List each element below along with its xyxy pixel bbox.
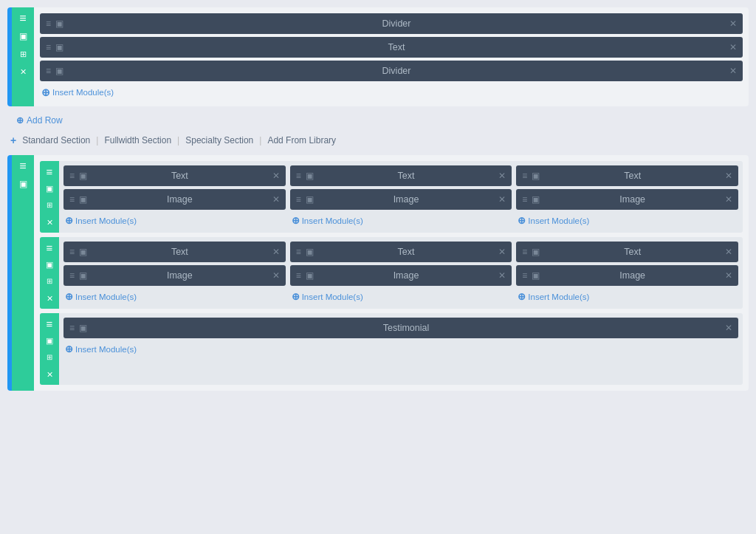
- module-settings-icon[interactable]: ▣: [55, 18, 63, 29]
- close-icon[interactable]: ✕: [725, 194, 732, 205]
- row3-insert[interactable]: ⊕ Insert Module(s): [63, 341, 738, 357]
- grid-icon[interactable]: ⊞: [16, 47, 30, 61]
- row2-grid-icon[interactable]: ⊞: [43, 275, 56, 288]
- row2-monitor-icon[interactable]: ▣: [43, 258, 56, 271]
- module-close-icon[interactable]: ✕: [729, 66, 737, 76]
- close-icon[interactable]: ✕: [725, 270, 732, 281]
- row3-grid-icon[interactable]: ⊞: [43, 351, 56, 364]
- settings-icon[interactable]: ▣: [532, 247, 540, 257]
- row2-col1-insert[interactable]: ⊕ Insert Module(s): [63, 289, 286, 304]
- settings-icon[interactable]: ▣: [79, 171, 87, 181]
- close-icon[interactable]: ✕: [272, 194, 280, 205]
- settings-icon[interactable]: ▣: [532, 270, 540, 281]
- settings-icon[interactable]: ▣: [306, 194, 314, 205]
- row2-col3-insert[interactable]: ⊕ Insert Module(s): [516, 289, 738, 304]
- close-icon[interactable]: ✕: [498, 270, 506, 281]
- drag-icon[interactable]: ≡: [69, 270, 75, 281]
- module-close-icon[interactable]: ✕: [729, 18, 737, 29]
- module-drag-icon[interactable]: ≡: [46, 66, 51, 76]
- settings-icon[interactable]: ▣: [306, 171, 314, 181]
- close-icon[interactable]: ✕: [272, 247, 280, 257]
- row3-ham-icon[interactable]: ≡: [43, 317, 56, 330]
- specialty-section-link[interactable]: Specialty Section: [185, 135, 253, 146]
- add-from-library-link[interactable]: Add From Library: [267, 135, 336, 146]
- drag-icon[interactable]: ≡: [522, 194, 527, 205]
- insert-plus-icon: ⊕: [292, 215, 300, 226]
- row2-col3-text-label: Text: [544, 247, 721, 257]
- standard-section-link[interactable]: Standard Section: [22, 135, 90, 146]
- row1-col1-image-label: Image: [92, 194, 268, 205]
- close-icon[interactable]: [16, 65, 30, 78]
- row1-ham-icon[interactable]: ≡: [43, 165, 56, 178]
- drag-icon[interactable]: ≡: [296, 171, 301, 181]
- module-close-icon[interactable]: ✕: [729, 42, 737, 52]
- drag-icon[interactable]: ≡: [69, 171, 75, 181]
- row1-col3-text-label: Text: [544, 171, 721, 181]
- drag-icon[interactable]: ≡: [522, 270, 527, 281]
- close-icon[interactable]: ✕: [725, 171, 732, 181]
- settings-icon[interactable]: ▣: [79, 270, 87, 281]
- close-icon[interactable]: ✕: [272, 270, 280, 281]
- row3-content: ≡ ▣ Testimonial ✕ ⊕ Insert Module(s): [59, 313, 743, 385]
- row1-close-icon[interactable]: [43, 216, 56, 229]
- row2-col2-text-label: Text: [318, 247, 495, 257]
- module-settings-icon[interactable]: ▣: [55, 42, 63, 52]
- bottom-section-content: ≡ ▣ ⊞ ≡ ▣ Text ✕ ≡: [34, 155, 749, 391]
- hamburger-icon2[interactable]: [16, 160, 30, 173]
- add-row-plus-icon: ⊕: [16, 115, 24, 126]
- settings-icon[interactable]: ▣: [79, 247, 87, 257]
- drag-icon[interactable]: ≡: [296, 270, 301, 281]
- settings-icon[interactable]: ▣: [532, 194, 540, 205]
- row3-monitor-icon[interactable]: ▣: [43, 334, 56, 347]
- row2-cols: ≡ ▣ Text ✕ ≡ ▣ Image ✕ ⊕: [63, 242, 738, 304]
- drag-icon[interactable]: ≡: [296, 194, 301, 205]
- add-row-btn[interactable]: ⊕ Add Row: [7, 112, 749, 129]
- close-icon[interactable]: ✕: [498, 194, 506, 205]
- row1-col3-text: ≡ ▣ Text ✕: [516, 165, 738, 186]
- drag-icon[interactable]: ≡: [522, 247, 527, 257]
- close-icon[interactable]: ✕: [725, 323, 732, 333]
- row2-col2-insert[interactable]: ⊕ Insert Module(s): [290, 289, 512, 304]
- insert-modules-label: Insert Module(s): [52, 88, 114, 97]
- settings-icon[interactable]: ▣: [306, 270, 314, 281]
- close-icon[interactable]: ✕: [498, 247, 506, 257]
- row1-col3-insert[interactable]: ⊕ Insert Module(s): [516, 213, 738, 228]
- module-divider1-label: Divider: [68, 18, 725, 29]
- module-settings-icon[interactable]: ▣: [55, 66, 63, 76]
- row1-grid-icon[interactable]: ⊞: [43, 199, 56, 212]
- insert-plus-icon: ⊕: [292, 291, 300, 302]
- monitor-icon[interactable]: ▣: [16, 30, 30, 43]
- settings-icon[interactable]: ▣: [532, 171, 540, 181]
- row3-testimonial-label: Testimonial: [92, 323, 721, 333]
- row2-ham-icon[interactable]: ≡: [43, 241, 56, 254]
- row3-close-icon[interactable]: [43, 368, 56, 381]
- close-icon[interactable]: ✕: [725, 247, 732, 257]
- settings-icon[interactable]: ▣: [79, 323, 87, 333]
- insert-modules-top[interactable]: ⊕ Insert Module(s): [40, 84, 743, 100]
- insert-label: Insert Module(s): [302, 216, 363, 225]
- row1-col2-text: ≡ ▣ Text ✕: [290, 165, 512, 186]
- fullwidth-section-link[interactable]: Fullwidth Section: [104, 135, 171, 146]
- row1-col2: ≡ ▣ Text ✕ ≡ ▣ Image ✕ ⊕: [290, 165, 512, 228]
- close-icon[interactable]: ✕: [272, 171, 280, 181]
- row1-col2-insert[interactable]: ⊕ Insert Module(s): [290, 213, 512, 228]
- drag-icon[interactable]: ≡: [69, 194, 75, 205]
- drag-icon[interactable]: ≡: [69, 247, 75, 257]
- settings-icon[interactable]: ▣: [306, 247, 314, 257]
- insert-plus-icon: ⊕: [65, 343, 73, 355]
- row2-col3-text: ≡ ▣ Text ✕: [516, 242, 738, 262]
- drag-icon[interactable]: ≡: [296, 247, 301, 257]
- hamburger-icon[interactable]: [16, 12, 30, 25]
- close-icon[interactable]: ✕: [498, 171, 506, 181]
- module-divider2: ≡ ▣ Divider ✕: [40, 61, 743, 81]
- settings-icon[interactable]: ▣: [79, 194, 87, 205]
- row1-col1-insert[interactable]: ⊕ Insert Module(s): [63, 213, 286, 228]
- drag-icon[interactable]: ≡: [69, 323, 75, 333]
- add-row-label: Add Row: [27, 115, 63, 126]
- module-drag-icon[interactable]: ≡: [46, 18, 51, 29]
- row2-close-icon[interactable]: [43, 292, 56, 305]
- module-drag-icon[interactable]: ≡: [46, 42, 51, 52]
- drag-icon[interactable]: ≡: [522, 171, 527, 181]
- monitor-icon2[interactable]: ▣: [16, 177, 30, 191]
- row1-monitor-icon[interactable]: ▣: [43, 182, 56, 195]
